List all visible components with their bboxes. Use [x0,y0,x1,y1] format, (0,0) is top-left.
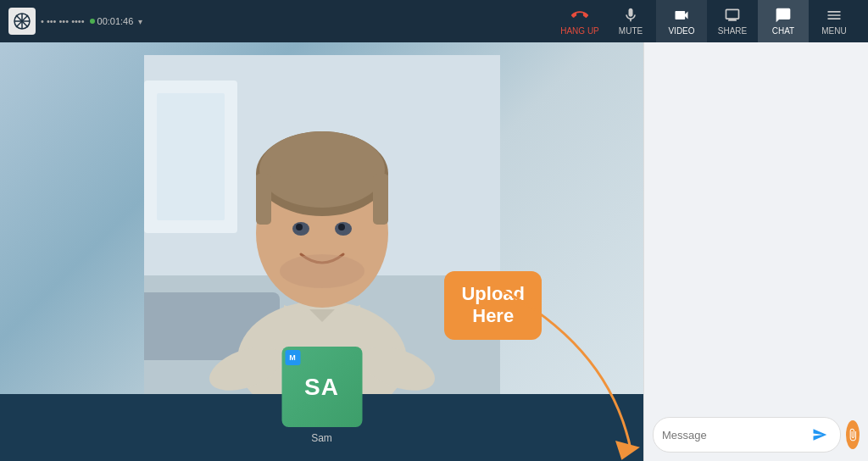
self-video-container: M SA Sam [281,347,362,444]
menu-label: MENU [821,26,846,36]
menu-icon [826,7,843,24]
main-video [0,42,643,394]
chat-button[interactable]: CHAT [758,0,809,42]
svg-point-23 [280,254,364,288]
send-button[interactable] [808,423,832,447]
logo-area: • ••• ••• •••• 00:01:46 ▾ [8,8,161,35]
video-label: VIDEO [668,26,694,36]
mic-icon [622,7,639,24]
self-name: Sam [311,432,332,444]
svg-point-22 [338,224,345,230]
send-icon [812,427,827,442]
video-button[interactable]: VIDEO [656,0,707,42]
chat-panel [643,42,868,461]
mute-button[interactable]: MUTE [605,0,656,42]
chat-label: CHAT [772,26,794,36]
phone-down-icon [571,7,588,24]
mute-label: MUTE [619,26,643,36]
timer-indicator [90,19,95,24]
share-button[interactable]: SHARE [707,0,758,42]
svg-point-16 [259,131,385,208]
self-video: M SA [281,347,362,427]
call-number: • ••• ••• •••• [41,16,85,26]
topbar: • ••• ••• •••• 00:01:46 ▾ HANG UP MUTE [0,0,868,42]
self-video-badge: M [285,350,300,365]
timer-value: 00:01:46 [97,16,134,26]
hangup-button[interactable]: HANG UP [554,0,605,42]
upload-callout: Upload Here [444,271,542,340]
message-input-wrapper [653,417,841,453]
svg-point-21 [296,224,303,230]
main-content: Upload Here M SA Sam [0,42,868,461]
person-illustration [144,55,500,394]
hangup-label: HANG UP [560,26,599,36]
call-timer: 00:01:46 [90,16,134,26]
chat-messages-area[interactable] [644,42,868,408]
monitor-icon [724,7,741,24]
svg-rect-17 [256,174,271,225]
person-photo [0,42,643,394]
svg-rect-18 [373,174,388,225]
chat-input-area [644,408,868,461]
logo-icon [8,8,36,35]
upload-line1: Upload [461,283,525,304]
menu-button[interactable]: MENU [809,0,860,42]
dropdown-arrow-icon[interactable]: ▾ [138,17,142,26]
svg-rect-9 [157,93,225,220]
topbar-actions: HANG UP MUTE VIDEO SHARE [554,0,860,42]
video-icon [673,7,690,24]
chat-icon [775,7,792,24]
video-area: Upload Here M SA Sam [0,42,643,461]
share-label: SHARE [718,26,747,36]
self-initials: SA [304,374,339,401]
upload-line2: Here [472,305,514,326]
message-input[interactable] [662,429,804,442]
paperclip-icon [846,428,860,442]
attach-button[interactable] [846,420,860,449]
call-info: • ••• ••• •••• 00:01:46 ▾ [41,16,142,26]
svg-marker-26 [611,441,640,461]
